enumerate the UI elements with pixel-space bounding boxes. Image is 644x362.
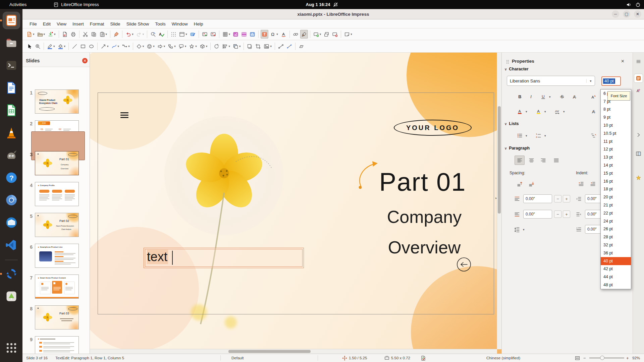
menu-insert[interactable]: Insert — [69, 21, 87, 26]
menu-edit[interactable]: Edit — [40, 21, 54, 26]
vscode-dock-icon[interactable] — [3, 237, 20, 253]
highlight-dropdown-arrow[interactable]: ▾ — [544, 110, 546, 113]
font-size-option-11pt[interactable]: 11 pt — [601, 137, 631, 145]
flowchart-shapes-button[interactable]: ▾ — [167, 42, 177, 51]
properties-close-icon[interactable]: ✕ — [621, 59, 625, 64]
new-presentation-dropdown-arrow[interactable]: ▾ — [33, 33, 35, 36]
basic-shapes-dropdown-arrow[interactable]: ▾ — [143, 45, 144, 48]
zoom-out-button[interactable]: − — [583, 354, 586, 362]
font-size-option-10pt[interactable]: 10 pt — [601, 121, 631, 129]
new-slide-button[interactable]: ▾ — [312, 30, 322, 39]
software-updater-dock-icon[interactable] — [3, 265, 20, 282]
line-color-button[interactable]: ▾ — [46, 42, 56, 51]
character-section-header[interactable]: ∨ Character — [504, 67, 529, 71]
block-arrows-dropdown-arrow[interactable]: ▾ — [164, 45, 165, 48]
below-spacing-plus-button[interactable]: + — [563, 210, 570, 218]
duplicate-slide-button[interactable] — [323, 30, 330, 39]
slides-panel-close-icon[interactable]: ✕ — [82, 58, 88, 63]
font-color-dropdown-arrow[interactable]: ▾ — [526, 110, 527, 113]
menu-tools[interactable]: Tools — [152, 21, 169, 26]
menu-file[interactable]: File — [26, 21, 40, 26]
close-button[interactable]: ✕ — [634, 10, 641, 18]
strikethrough-button[interactable]: S — [557, 92, 567, 101]
redo-dropdown-arrow[interactable]: ▾ — [143, 33, 144, 36]
insert-special-character-dropdown-arrow[interactable]: ▾ — [276, 33, 278, 36]
font-size-option-26pt[interactable]: 26 pt — [601, 225, 631, 233]
above-spacing-field[interactable]: 0.00″ — [523, 194, 552, 203]
ordered-list-button[interactable]: 12 — [533, 131, 543, 140]
ordered-list-dropdown-arrow[interactable]: ▾ — [544, 134, 546, 137]
zoom-slider-handle[interactable] — [600, 356, 604, 360]
hide-sidebar-button[interactable] — [634, 131, 643, 139]
font-size-input[interactable]: 40 pt — [601, 76, 621, 86]
snap-guides-button[interactable] — [189, 30, 197, 39]
stars-and-banners-dropdown-arrow[interactable]: ▾ — [195, 45, 197, 48]
menu-slide-show[interactable]: Slide Show — [123, 21, 152, 26]
slide-thumbnail-3-selected[interactable]: Part 01 Company Overview — [35, 151, 79, 175]
above-spacing-plus-button[interactable]: + — [563, 195, 570, 202]
image-filter-button[interactable]: ▾ — [263, 42, 273, 51]
menu-view[interactable]: View — [54, 21, 69, 26]
font-size-option-13pt[interactable]: 13 pt — [601, 153, 631, 161]
horizontal-scrollbar[interactable] — [90, 349, 497, 354]
character-spacing-dropdown-arrow[interactable]: ▾ — [563, 110, 565, 113]
below-spacing-field[interactable]: 0.00″ — [523, 210, 552, 219]
menu-slide[interactable]: Slide — [107, 21, 123, 26]
volume-icon[interactable] — [626, 2, 631, 7]
vertical-scroll-handle[interactable] — [498, 106, 501, 214]
character-spacing-button[interactable]: AV — [552, 107, 562, 116]
fill-color-dropdown-arrow[interactable]: ▾ — [64, 45, 66, 48]
delete-slide-button[interactable] — [331, 30, 339, 39]
insert-table-dropdown-arrow[interactable]: ▾ — [229, 33, 230, 36]
glue-points-button[interactable] — [285, 42, 293, 51]
rotate-button[interactable] — [213, 42, 220, 51]
outline-button[interactable] — [588, 131, 598, 140]
part-title-text[interactable]: Part 01 — [356, 167, 490, 196]
paste-button[interactable]: ▾ — [98, 30, 108, 39]
sidebar-menu-icon[interactable] — [634, 57, 643, 66]
start-from-current-slide-button[interactable] — [209, 30, 217, 39]
zoom-slider[interactable] — [589, 358, 624, 358]
above-spacing-minus-button[interactable]: − — [554, 195, 561, 202]
font-size-option-14pt[interactable]: 14 pt — [601, 161, 631, 169]
select-button[interactable] — [25, 42, 33, 51]
underline-dropdown-arrow[interactable]: ▾ — [549, 95, 551, 99]
callout-shapes-dropdown-arrow[interactable]: ▾ — [185, 45, 186, 48]
gimp-dock-icon[interactable] — [3, 147, 20, 164]
fit-slide-button[interactable] — [575, 354, 580, 362]
font-size-option-36pt[interactable]: 36 pt — [601, 249, 631, 257]
slide-layout-dropdown-arrow[interactable]: ▾ — [351, 33, 352, 36]
font-size-option-8pt[interactable]: 8 pt — [601, 106, 631, 114]
insert-image-button[interactable] — [232, 30, 239, 39]
font-size-option-20pt[interactable]: 20 pt — [601, 193, 631, 201]
find-replace-button[interactable] — [149, 30, 157, 39]
power-icon[interactable] — [635, 2, 641, 7]
menu-help[interactable]: Help — [191, 21, 206, 26]
symbol-shapes-dropdown-arrow[interactable]: ▾ — [153, 45, 155, 48]
arrange-dropdown-arrow[interactable]: ▾ — [239, 45, 241, 48]
font-name-combobox[interactable]: Liberation Sans ▾ — [507, 76, 595, 86]
undo-dropdown-arrow[interactable]: ▾ — [132, 33, 133, 36]
menu-window[interactable]: Window — [169, 21, 191, 26]
slide-thumbnail-8[interactable]: Part 03 — [35, 305, 79, 329]
paragraph-section-header[interactable]: ∨ Paragraph — [504, 146, 530, 150]
activities-button[interactable]: Activities — [0, 2, 33, 7]
italic-button[interactable]: I — [526, 92, 536, 101]
font-size-option-40pt[interactable]: 40 pt — [601, 257, 631, 265]
line-spacing-dropdown-arrow[interactable]: ▾ — [523, 228, 525, 231]
crop-image-button[interactable] — [254, 42, 262, 51]
ellipse-button[interactable] — [88, 42, 95, 51]
lists-section-header[interactable]: ∨ Lists — [504, 121, 519, 126]
insert-fontwork-button[interactable]: A — [280, 30, 287, 39]
block-arrows-button[interactable]: ▾ — [156, 42, 166, 51]
case-rotate-button[interactable]: AA — [588, 107, 598, 116]
apps-grid-dock-icon[interactable] — [3, 340, 20, 356]
align-right-button[interactable] — [538, 156, 548, 165]
shadow-button[interactable]: AA — [569, 92, 579, 101]
libreoffice-writer-dock-icon[interactable] — [3, 79, 20, 96]
arrange-button[interactable]: ▾ — [232, 42, 242, 51]
slide-style-status[interactable]: Default — [231, 354, 244, 362]
new-presentation-button[interactable]: ▾ — [25, 30, 36, 39]
align-justify-button[interactable] — [551, 156, 561, 165]
font-color-button[interactable]: A — [515, 107, 525, 116]
